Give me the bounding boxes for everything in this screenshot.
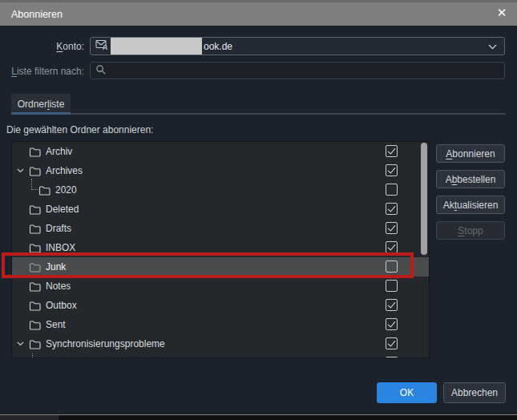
subscribe-checkbox[interactable] xyxy=(386,318,398,330)
folder-rows: Archiv Archives 2020 xyxy=(12,142,429,353)
folder-name: Sent xyxy=(46,319,66,330)
folder-row[interactable]: Junk xyxy=(12,257,429,277)
subscribe-checkbox[interactable] xyxy=(386,337,398,349)
chevron-down-icon xyxy=(488,41,497,52)
twisty-icon[interactable] xyxy=(17,168,26,173)
subscribe-dialog: Abonnieren ✕ Konto: ook.de Liste filtern… xyxy=(0,0,517,420)
account-icon xyxy=(95,39,108,53)
folder-name: 2020 xyxy=(55,184,77,196)
filter-input[interactable] xyxy=(111,65,504,76)
folder-name: Drafts xyxy=(46,223,71,234)
account-label: Konto: xyxy=(0,41,84,52)
folder-icon xyxy=(29,224,41,234)
folder-name: Notes xyxy=(46,281,71,292)
subscribe-checkbox[interactable] xyxy=(386,260,398,273)
folder-name: INBOX xyxy=(46,242,75,253)
side-button-stopp: Stopp xyxy=(436,221,505,240)
folder-icon xyxy=(29,147,41,157)
tree-connector xyxy=(31,179,38,190)
cancel-button[interactable]: Abbrechen xyxy=(443,382,506,403)
partial-checkbox xyxy=(386,357,398,358)
folder-icon xyxy=(29,320,41,330)
folder-row[interactable]: 2020 xyxy=(12,180,429,200)
tree-connector-partial xyxy=(32,353,33,358)
filter-label: Liste filtern nach: xyxy=(0,66,84,77)
folder-icon xyxy=(29,204,41,215)
subscribe-checkbox[interactable] xyxy=(386,184,398,196)
subscribe-checkbox[interactable] xyxy=(386,299,398,311)
side-button-abonnieren[interactable]: Abonnieren xyxy=(436,144,505,163)
folder-row[interactable]: Outbox xyxy=(12,296,429,315)
close-icon: ✕ xyxy=(497,6,507,20)
active-tab-underline xyxy=(11,112,71,115)
folder-name: Junk xyxy=(46,261,66,273)
folder-row[interactable]: Sent xyxy=(12,315,429,334)
folder-row[interactable]: Archives xyxy=(12,161,429,180)
folder-icon xyxy=(29,243,41,253)
filter-searchbox[interactable] xyxy=(90,62,505,79)
folder-icon xyxy=(29,262,41,273)
subscribe-checkbox[interactable] xyxy=(386,164,398,176)
list-caption: Die gewählten Ordner abonnieren: xyxy=(6,124,153,135)
side-button-abbestellen[interactable]: Abbestellen xyxy=(436,170,505,188)
dialog-title: Abonnieren xyxy=(11,9,63,20)
folder-row[interactable]: Notes xyxy=(12,277,429,296)
search-icon xyxy=(95,64,107,78)
folder-row[interactable]: Drafts xyxy=(12,219,429,238)
tab-divider-line xyxy=(11,113,506,115)
subscribe-checkbox[interactable] xyxy=(386,203,398,215)
folder-icon xyxy=(38,185,50,196)
title-bar: Abonnieren xyxy=(0,0,517,26)
folder-icon xyxy=(29,166,41,176)
subscribe-checkbox[interactable] xyxy=(386,222,398,234)
side-buttons: AbonnierenAbbestellenAktualisierenStopp xyxy=(436,144,505,247)
folder-row[interactable]: INBOX xyxy=(12,238,429,257)
folder-row[interactable]: Deleted xyxy=(12,200,429,219)
account-value: ook.de xyxy=(204,41,232,52)
background-strip xyxy=(0,415,517,420)
folder-name: Archives xyxy=(46,165,83,176)
subscribe-checkbox[interactable] xyxy=(386,280,398,292)
folder-list: Archiv Archives 2020 xyxy=(11,141,430,358)
twisty-icon[interactable] xyxy=(17,341,26,346)
side-button-aktualisieren[interactable]: Aktualisieren xyxy=(436,196,505,214)
folder-name: Deleted xyxy=(46,204,79,215)
ok-button[interactable]: OK xyxy=(377,382,437,403)
subscribe-checkbox[interactable] xyxy=(386,241,398,253)
folder-name: Synchronisierungsprobleme xyxy=(46,338,165,349)
folder-name: Archiv xyxy=(46,146,72,157)
subscribe-checkbox[interactable] xyxy=(386,145,398,157)
folder-icon xyxy=(29,281,41,292)
folder-row[interactable]: Archiv xyxy=(12,142,429,161)
folder-row[interactable]: Synchronisierungsprobleme xyxy=(12,334,429,353)
folder-icon xyxy=(29,339,41,349)
folder-icon xyxy=(29,301,41,311)
redacted-email-box xyxy=(111,38,202,55)
folder-name: Outbox xyxy=(46,300,77,311)
close-button[interactable]: ✕ xyxy=(493,5,511,21)
scrollbar-thumb[interactable] xyxy=(421,143,427,255)
account-dropdown[interactable]: ook.de xyxy=(90,37,505,55)
